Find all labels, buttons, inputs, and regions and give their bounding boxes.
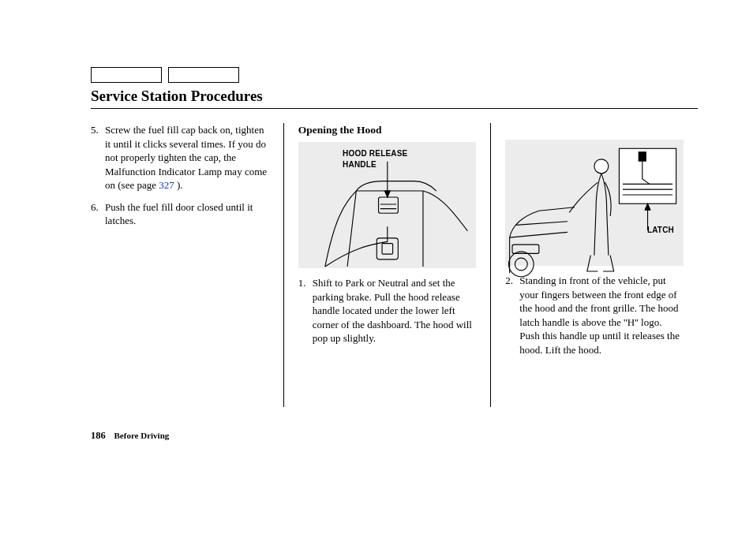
manual-page: Service Station Procedures 5. Screw the … bbox=[0, 0, 753, 560]
svg-rect-2 bbox=[378, 197, 398, 213]
section-name: Before Driving bbox=[114, 431, 170, 440]
svg-point-7 bbox=[515, 258, 528, 271]
hood-release-illustration bbox=[298, 142, 477, 285]
svg-marker-1 bbox=[384, 191, 390, 197]
page-footer: 186 Before Driving bbox=[91, 430, 169, 442]
step-number: 6. bbox=[91, 200, 105, 228]
column-2: Opening the Hood HOOD RELEASE HANDLE bbox=[283, 123, 491, 407]
hood-latch-illustration bbox=[505, 140, 684, 282]
figure-hood-latch: LATCH bbox=[505, 140, 684, 266]
header-placeholder-boxes bbox=[91, 67, 698, 83]
step-number: 2. bbox=[505, 274, 519, 357]
page-reference-link[interactable]: 327 bbox=[159, 179, 174, 191]
step-number: 5. bbox=[91, 123, 105, 192]
step-body: Push the fuel fill door closed until it … bbox=[105, 200, 269, 228]
step-6: 6. Push the fuel fill door closed until … bbox=[91, 200, 269, 228]
svg-point-6 bbox=[509, 252, 534, 277]
step-text: Screw the fuel fill cap back on, tighten… bbox=[105, 124, 267, 191]
subheading: Opening the Hood bbox=[298, 123, 477, 137]
figure-hood-release: HOOD RELEASE HANDLE bbox=[298, 142, 477, 268]
column-3: LATCH bbox=[490, 123, 698, 407]
column-1: 5. Screw the fuel fill cap back on, tigh… bbox=[91, 123, 283, 407]
step-number: 1. bbox=[298, 276, 313, 345]
step-body: Shift to Park or Neutral and set the par… bbox=[313, 276, 477, 345]
title-rule bbox=[91, 108, 698, 109]
spacer bbox=[505, 123, 684, 140]
page-title: Service Station Procedures bbox=[91, 88, 698, 105]
step-body: Screw the fuel fill cap back on, tighten… bbox=[105, 123, 269, 192]
svg-point-5 bbox=[594, 159, 609, 174]
placeholder-box bbox=[91, 67, 162, 83]
placeholder-box bbox=[168, 67, 239, 83]
svg-rect-9 bbox=[620, 148, 676, 203]
content-columns: 5. Screw the fuel fill cap back on, tigh… bbox=[91, 123, 698, 407]
step-body: Standing in front of the vehicle, put yo… bbox=[519, 274, 684, 357]
page-number: 186 bbox=[91, 430, 106, 441]
step-2: 2. Standing in front of the vehicle, put… bbox=[505, 274, 684, 357]
svg-rect-4 bbox=[382, 244, 393, 255]
step-1: 1. Shift to Park or Neutral and set the … bbox=[298, 276, 477, 345]
step-5: 5. Screw the fuel fill cap back on, tigh… bbox=[91, 123, 269, 192]
svg-marker-11 bbox=[645, 203, 650, 210]
step-text: ). bbox=[174, 179, 183, 191]
